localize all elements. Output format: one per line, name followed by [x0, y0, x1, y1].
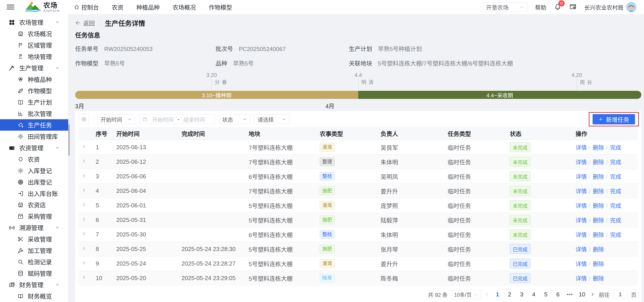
cell-plot: 7号塑料连栋大棚 [246, 140, 317, 154]
row-expand-icon[interactable] [82, 188, 87, 193]
operation-link-完成[interactable]: 完成 [610, 159, 621, 165]
sidebar-item-出库登记[interactable]: 出库登记 [0, 176, 70, 188]
sidebar-group-生产管理[interactable]: 生产管理 [0, 62, 70, 74]
help-link[interactable]: 帮助 [535, 3, 546, 11]
pagination-next[interactable] [590, 292, 595, 297]
row-expand-icon[interactable] [82, 231, 87, 236]
operation-link-删除[interactable]: 删除 [593, 159, 604, 165]
nav-item-种植品种[interactable]: 种植品种 [136, 3, 160, 11]
sidebar-group-财务管理[interactable]: 财务管理 [0, 279, 70, 290]
pagination-page-5[interactable]: 5 [542, 290, 550, 299]
operation-link-详情[interactable]: 详情 [576, 144, 587, 151]
nav-item-作物模型[interactable]: 作物模型 [209, 3, 232, 11]
table-settings-button[interactable] [79, 114, 89, 124]
sidebar-item-农资店[interactable]: 农资店 [0, 199, 70, 210]
row-expand-icon[interactable] [82, 173, 87, 178]
sidebar-item-种植品种[interactable]: 种植品种 [0, 74, 70, 85]
sidebar-item-生产计划[interactable]: 生产计划 [0, 96, 70, 108]
hamburger-menu-icon[interactable] [7, 3, 14, 11]
type-select[interactable]: 请选择 [254, 114, 290, 124]
cell-operations: 详情/删除/完成 [573, 227, 638, 242]
operation-link-删除[interactable]: 删除 [593, 276, 604, 282]
sidebar-partial-item[interactable] [0, 14, 70, 16]
row-expand-icon[interactable] [82, 246, 87, 251]
workbench-icon[interactable] [569, 3, 577, 12]
row-expand-icon[interactable] [82, 144, 87, 149]
status-select[interactable]: 状态 [219, 114, 250, 124]
sidebar-item-批次管理[interactable]: 批次管理 [0, 108, 70, 119]
sort-field-select[interactable]: 开始时间 [97, 114, 135, 124]
user-avatar[interactable] [626, 2, 636, 12]
sidebar-item-农场概况[interactable]: 农场概况 [0, 28, 70, 39]
sidebar-item-采收管理[interactable]: 采收管理 [0, 233, 70, 245]
operation-link-详情[interactable]: 详情 [576, 276, 587, 282]
operation-link-删除[interactable]: 删除 [593, 188, 604, 194]
home-icon [74, 4, 80, 10]
chev-down-icon [282, 117, 286, 122]
operation-link-详情[interactable]: 详情 [576, 246, 587, 252]
farm-select[interactable]: 开垦农场 [483, 2, 528, 12]
date-range-input[interactable]: 开始时间 - 结束时间 [139, 114, 215, 124]
nav-item-农场概况[interactable]: 农场概况 [173, 3, 196, 11]
row-expand-icon[interactable] [82, 216, 87, 222]
pagination-page-4[interactable]: 4 [530, 290, 538, 299]
row-expand-icon[interactable] [82, 260, 87, 266]
operation-link-详情[interactable]: 详情 [576, 261, 587, 267]
sidebar-group-溯源管理[interactable]: 溯源管理 [0, 222, 70, 233]
pagination-goto-input[interactable] [613, 290, 628, 299]
info-field-value: RW202505240053 [104, 46, 152, 52]
add-task-button[interactable]: 新增任务 [592, 114, 635, 124]
operation-link-完成[interactable]: 完成 [610, 217, 621, 224]
notification-bell-icon[interactable]: 0 [554, 3, 562, 12]
operation-link-详情[interactable]: 详情 [576, 174, 587, 180]
operation-link-完成[interactable]: 完成 [610, 188, 621, 194]
operation-link-删除[interactable]: 删除 [593, 217, 604, 224]
sidebar-item-出入库台账[interactable]: 出入库台账 [0, 188, 70, 199]
operation-link-详情[interactable]: 详情 [576, 203, 587, 209]
sidebar-scrollbar-thumb[interactable] [68, 124, 70, 156]
operation-link-删除[interactable]: 删除 [593, 232, 604, 238]
row-expand-icon[interactable] [82, 275, 87, 280]
sidebar-item-检测记录[interactable]: 检测记录 [0, 256, 70, 268]
operation-link-详情[interactable]: 详情 [576, 217, 587, 224]
pagination-ellipsis[interactable]: ••• [566, 290, 574, 299]
pagination-prev[interactable] [484, 292, 490, 297]
page-size-select[interactable]: 10条/页 [451, 290, 481, 299]
operation-link-详情[interactable]: 详情 [576, 159, 587, 165]
sidebar-item-入库登记[interactable]: 入库登记 [0, 165, 70, 176]
sidebar-item-地块管理[interactable]: 地块管理 [0, 51, 70, 62]
nav-item-农资[interactable]: 农资 [112, 3, 124, 11]
sidebar-item-赋码管理[interactable]: 赋码管理 [0, 268, 70, 279]
operation-link-详情[interactable]: 详情 [576, 232, 587, 238]
row-expand-icon[interactable] [82, 202, 87, 207]
operation-link-详情[interactable]: 详情 [576, 188, 587, 194]
pagination-page-10[interactable]: 10 [578, 290, 586, 299]
pagination-page-1[interactable]: 1 [493, 290, 502, 299]
sidebar-item-财务概览[interactable]: 财务概览 [0, 290, 70, 302]
operation-link-完成[interactable]: 完成 [610, 232, 621, 238]
sidebar-item-生产任务[interactable]: 生产任务 [0, 119, 70, 131]
sidebar-item-田间管理库[interactable]: 田间管理库 [0, 131, 70, 142]
back-button[interactable]: 返回 [75, 19, 95, 27]
operation-link-完成[interactable]: 完成 [610, 174, 621, 180]
pagination-page-6[interactable]: 6 [554, 290, 562, 299]
pagination-page-2[interactable]: 2 [505, 290, 514, 299]
operation-link-删除[interactable]: 删除 [593, 203, 604, 209]
operation-link-删除[interactable]: 删除 [593, 144, 604, 151]
sidebar-item-加工管理[interactable]: 加工管理 [0, 245, 70, 256]
operation-link-完成[interactable]: 完成 [610, 203, 621, 209]
operation-link-删除[interactable]: 删除 [593, 174, 604, 180]
row-expand-icon[interactable] [82, 158, 87, 164]
operation-link-完成[interactable]: 完成 [610, 144, 621, 151]
operation-link-删除[interactable]: 删除 [593, 246, 604, 252]
sidebar-item-采购管理[interactable]: 采购管理 [0, 210, 70, 222]
info-field-value: 早熟5号 [233, 59, 254, 67]
operation-link-删除[interactable]: 删除 [593, 261, 604, 267]
sidebar-group-农资管理[interactable]: 农资管理 [0, 142, 70, 154]
sidebar-group-农场管理[interactable]: 农场管理 [0, 16, 70, 28]
pagination-page-3[interactable]: 3 [518, 290, 526, 299]
sidebar-item-区域管理[interactable]: 区域管理 [0, 39, 70, 51]
sidebar-item-农资[interactable]: 农资 [0, 154, 70, 165]
nav-item-控制台[interactable]: 控制台 [74, 3, 99, 11]
sidebar-item-作物模型[interactable]: 作物模型 [0, 85, 70, 96]
